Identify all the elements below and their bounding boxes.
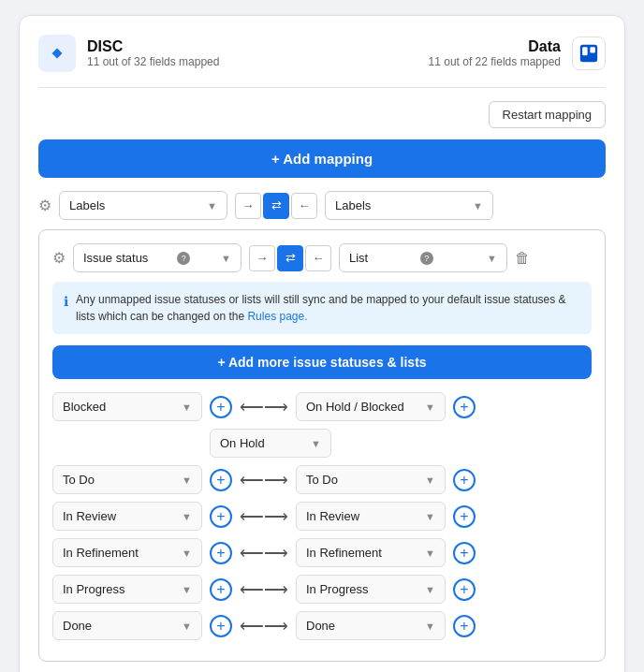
in-progress-dest-label: In Progress — [306, 582, 368, 596]
blocked-dest-select[interactable]: On Hold / Blocked ▼ — [296, 392, 446, 421]
on-hold-source-select[interactable]: On Hold ▼ — [210, 429, 331, 458]
gear-icon[interactable]: ⚙ — [38, 197, 51, 214]
in-refinement-dest-add-button[interactable]: + — [453, 542, 476, 564]
dest-name: Data — [429, 38, 561, 55]
in-review-source-select[interactable]: In Review ▼ — [52, 502, 202, 531]
on-hold-chevron: ▼ — [311, 438, 321, 449]
source-labels-select[interactable]: Labels ▼ — [59, 191, 227, 220]
info-box: ℹ Any unmapped issue statuses or lists w… — [52, 282, 592, 334]
labels-arrow-group: → ⇄ ← — [235, 193, 317, 219]
arrow-right-button[interactable]: → — [235, 193, 261, 219]
todo-chevron: ▼ — [182, 475, 192, 486]
in-review-row: In Review ▼ + ⟵⟶ In Review ▼ + — [52, 502, 592, 531]
dest-labels-chevron: ▼ — [473, 200, 483, 212]
done-dest-select[interactable]: Done ▼ — [296, 611, 446, 640]
source-info: DISC 11 out of 32 fields mapped — [87, 38, 219, 68]
in-progress-source-select[interactable]: In Progress ▼ — [52, 575, 202, 604]
in-progress-dest-select[interactable]: In Progress ▼ — [296, 575, 446, 604]
arrow-left-button[interactable]: ← — [291, 193, 317, 219]
issue-status-chevron: ▼ — [221, 253, 231, 264]
blocked-label: Blocked — [63, 400, 106, 414]
on-hold-row: On Hold ▼ — [210, 429, 592, 458]
issue-status-header-row: ⚙ Issue status ? ▼ → ⇄ ← List ? ▼ 🗑 — [52, 243, 592, 272]
in-progress-row: In Progress ▼ + ⟵⟶ In Progress ▼ + — [52, 575, 592, 604]
in-review-dest-label: In Review — [306, 509, 359, 523]
header-row: DISC 11 out of 32 fields mapped Data 11 … — [38, 35, 606, 72]
issue-mapping-section: ⚙ Issue status ? ▼ → ⇄ ← List ? ▼ 🗑 ℹ An… — [38, 229, 606, 662]
in-refinement-chevron: ▼ — [182, 548, 192, 559]
on-hold-label: On Hold — [220, 436, 265, 450]
done-source-select[interactable]: Done ▼ — [52, 611, 202, 640]
issue-status-label: Issue status — [83, 251, 148, 265]
in-refinement-dest-select[interactable]: In Refinement ▼ — [296, 538, 446, 567]
in-progress-add-button[interactable]: + — [210, 578, 232, 601]
in-review-dest-chevron: ▼ — [425, 511, 435, 522]
in-review-arrow: ⟵⟶ — [240, 506, 288, 527]
issue-status-select[interactable]: Issue status ? ▼ — [73, 243, 242, 272]
done-dest-label: Done — [306, 619, 335, 633]
done-dest-chevron: ▼ — [425, 621, 435, 632]
list-chevron: ▼ — [487, 253, 497, 264]
add-statuses-button[interactable]: + Add more issue statuses & lists — [52, 345, 592, 379]
issue-gear-icon[interactable]: ⚙ — [52, 249, 66, 267]
blocked-source-select[interactable]: Blocked ▼ — [52, 392, 202, 421]
blocked-group: Blocked ▼ + ⟵⟶ On Hold / Blocked ▼ + On … — [52, 392, 592, 458]
in-refinement-add-button[interactable]: + — [210, 542, 232, 564]
info-icon: ℹ — [64, 292, 68, 325]
in-review-dest-select[interactable]: In Review ▼ — [296, 502, 446, 531]
source-section: DISC 11 out of 32 fields mapped — [38, 35, 219, 72]
in-review-chevron: ▼ — [182, 511, 192, 522]
blocked-chevron: ▼ — [182, 402, 192, 413]
todo-source-select[interactable]: To Do ▼ — [52, 465, 202, 494]
blocked-dest-chevron: ▼ — [425, 402, 435, 413]
issue-arrow-right-button[interactable]: → — [249, 245, 275, 271]
issue-arrow-both-button[interactable]: ⇄ — [277, 245, 303, 271]
info-text: Any unmapped issue statuses or lists wil… — [76, 291, 580, 325]
in-refinement-dest-chevron: ▼ — [425, 548, 435, 559]
issue-arrow-left-button[interactable]: ← — [305, 245, 331, 271]
restart-mapping-button[interactable]: Restart mapping — [489, 101, 606, 128]
in-progress-chevron: ▼ — [182, 584, 192, 595]
todo-dest-add-button[interactable]: + — [453, 469, 476, 491]
done-chevron: ▼ — [182, 621, 192, 632]
blocked-dest-add-button[interactable]: + — [453, 396, 476, 418]
blocked-add-button[interactable]: + — [210, 396, 232, 418]
in-refinement-source-select[interactable]: In Refinement ▼ — [52, 538, 202, 567]
list-label: List — [349, 251, 368, 265]
done-arrow: ⟵⟶ — [240, 616, 288, 636]
in-progress-arrow: ⟵⟶ — [240, 579, 288, 600]
trello-logo — [572, 37, 606, 70]
dest-fields: 11 out of 22 fields mapped — [429, 55, 561, 68]
done-source-label: Done — [63, 619, 92, 633]
list-select[interactable]: List ? ▼ — [339, 243, 507, 272]
in-progress-dest-add-button[interactable]: + — [453, 578, 476, 601]
dest-labels-select[interactable]: Labels ▼ — [325, 191, 493, 220]
in-review-source-label: In Review — [63, 509, 116, 523]
dest-info: Data 11 out of 22 fields mapped — [429, 38, 561, 68]
rules-page-link[interactable]: Rules page. — [247, 310, 307, 323]
in-review-dest-add-button[interactable]: + — [453, 505, 476, 528]
done-dest-add-button[interactable]: + — [453, 615, 476, 637]
issue-arrow-group: → ⇄ ← — [249, 245, 331, 271]
todo-dest-chevron: ▼ — [425, 475, 435, 486]
add-mapping-button[interactable]: + Add mapping — [38, 139, 606, 178]
todo-dest-select[interactable]: To Do ▼ — [296, 465, 446, 494]
source-name: DISC — [87, 38, 219, 55]
in-progress-source-label: In Progress — [63, 582, 124, 596]
dest-labels-label: Labels — [335, 198, 371, 212]
dest-section: Data 11 out of 22 fields mapped — [429, 37, 606, 70]
divider — [38, 87, 606, 88]
blocked-row: Blocked ▼ + ⟵⟶ On Hold / Blocked ▼ + — [52, 392, 592, 421]
todo-add-button[interactable]: + — [210, 469, 232, 491]
list-help[interactable]: ? — [420, 252, 433, 265]
disc-logo — [38, 35, 76, 72]
done-add-button[interactable]: + — [210, 615, 232, 637]
restart-row: Restart mapping — [38, 101, 606, 128]
delete-icon[interactable]: 🗑 — [515, 250, 530, 267]
issue-status-help[interactable]: ? — [177, 252, 190, 265]
in-refinement-dest-label: In Refinement — [306, 546, 382, 560]
source-labels-label: Labels — [69, 198, 105, 212]
in-refinement-source-label: In Refinement — [63, 546, 139, 560]
arrow-both-button[interactable]: ⇄ — [263, 193, 289, 219]
in-review-add-button[interactable]: + — [210, 505, 232, 528]
